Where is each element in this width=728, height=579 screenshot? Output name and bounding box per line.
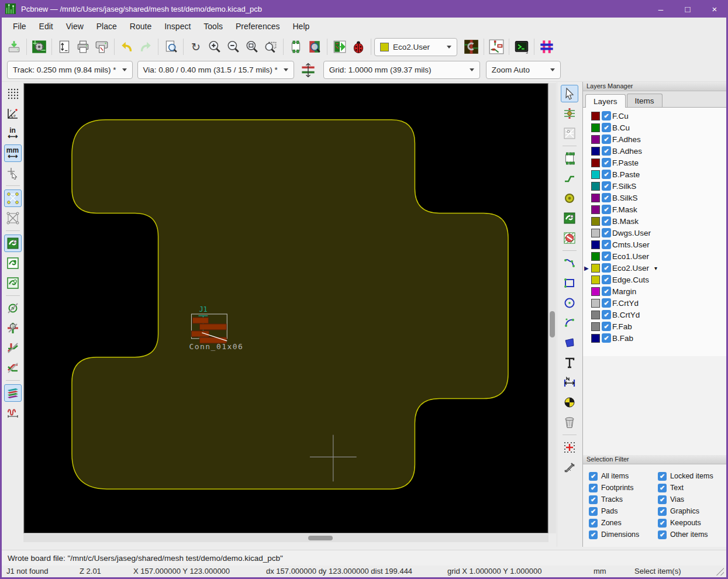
filter-checkbox[interactable] xyxy=(589,519,598,528)
layer-selector-dropdown[interactable]: Eco2.User xyxy=(374,38,457,56)
microwave-tools-icon[interactable] xyxy=(4,404,22,422)
layer-row-bfab[interactable]: B.Fab xyxy=(583,332,726,344)
layer-color-swatch[interactable] xyxy=(591,287,600,296)
zoom-fit-icon[interactable] xyxy=(243,37,261,56)
pad-sketch-mode-icon[interactable] xyxy=(4,299,22,317)
draw-line-icon[interactable] xyxy=(561,254,578,272)
layer-color-swatch[interactable] xyxy=(591,194,600,202)
filter-checkbox[interactable] xyxy=(658,472,667,481)
track-sketch-mode-icon[interactable] xyxy=(4,339,22,357)
layer-name[interactable]: F.CrtYd xyxy=(612,299,639,308)
layer-visibility-checkbox[interactable] xyxy=(602,240,611,249)
layer-color-swatch[interactable] xyxy=(591,334,600,343)
layer-color-swatch[interactable] xyxy=(591,322,600,331)
drc-icon[interactable] xyxy=(349,37,368,56)
board-setup-icon[interactable] xyxy=(30,37,49,56)
layer-visibility-checkbox[interactable] xyxy=(602,146,611,156)
filter-graphics[interactable]: Graphics xyxy=(658,506,727,516)
layer-row-margin[interactable]: Margin xyxy=(583,285,726,297)
layer-name[interactable]: B.Fab xyxy=(612,334,633,343)
filter-dimensions[interactable]: Dimensions xyxy=(589,530,658,539)
layer-visibility-checkbox[interactable] xyxy=(602,251,611,261)
layer-row-fsilks[interactable]: F.SilkS xyxy=(583,180,726,192)
high-contrast-mode-icon[interactable] xyxy=(4,359,22,377)
layer-visibility-checkbox[interactable] xyxy=(602,181,611,191)
layer-row-fcu[interactable]: F.Cu xyxy=(583,110,726,122)
filter-checkbox[interactable] xyxy=(589,484,598,492)
layer-name[interactable]: Cmts.User xyxy=(612,240,650,249)
grid-origin-icon[interactable] xyxy=(561,439,578,456)
magnetic-track-icon[interactable] xyxy=(462,37,481,56)
units-mm-icon[interactable]: mm⟷ xyxy=(4,144,22,162)
layer-color-swatch[interactable] xyxy=(591,264,600,273)
layer-visibility-checkbox[interactable] xyxy=(602,287,611,296)
layer-visibility-checkbox[interactable] xyxy=(602,275,611,284)
filter-checkbox[interactable] xyxy=(589,495,598,504)
local-ratsnest-icon[interactable] xyxy=(561,125,578,142)
layer-color-swatch[interactable] xyxy=(591,158,600,167)
ratsnest-visibility-icon[interactable] xyxy=(4,189,22,207)
layer-color-swatch[interactable] xyxy=(591,217,600,226)
plot-icon[interactable] xyxy=(92,37,111,56)
filter-footprints[interactable]: Footprints xyxy=(589,483,658,492)
layer-row-bcrtyd[interactable]: B.CrtYd xyxy=(583,309,726,320)
maximize-icon[interactable]: □ xyxy=(674,0,701,18)
layer-visibility-checkbox[interactable] xyxy=(602,298,611,308)
layer-name[interactable]: B.SilkS xyxy=(612,194,638,202)
add-zone-icon[interactable] xyxy=(561,209,578,227)
route-tracks-icon[interactable] xyxy=(561,170,578,187)
add-dimension-icon[interactable] xyxy=(561,374,578,391)
layer-name[interactable]: B.Cu xyxy=(612,123,630,132)
zone-display-sketch-icon[interactable] xyxy=(4,274,22,292)
draw-rectangle-icon[interactable] xyxy=(561,274,578,292)
auto-track-width-icon[interactable] xyxy=(299,61,318,80)
layer-name[interactable]: F.Adhes xyxy=(612,135,641,144)
filter-checkbox[interactable] xyxy=(589,472,598,481)
filter-checkbox[interactable] xyxy=(589,507,598,516)
track-width-dropdown[interactable]: Track: 0.250 mm (9.84 mils) * xyxy=(7,61,133,79)
scripting-console-icon[interactable] xyxy=(512,37,531,56)
layer-options-caret-icon[interactable]: ▾ xyxy=(654,265,657,271)
draw-arc-icon[interactable] xyxy=(561,314,578,332)
layer-color-swatch[interactable] xyxy=(591,240,600,249)
units-inches-icon[interactable]: in⟷ xyxy=(4,125,22,142)
footprint-browser-icon[interactable] xyxy=(305,37,324,56)
layer-color-swatch[interactable] xyxy=(591,311,600,319)
filter-pads[interactable]: Pads xyxy=(589,506,658,516)
menu-inspect[interactable]: Inspect xyxy=(158,19,197,34)
add-keepout-icon[interactable] xyxy=(561,229,578,247)
delete-tool-icon[interactable] xyxy=(561,413,578,431)
horizontal-scrollbar-thumb[interactable] xyxy=(308,536,333,540)
layers-manager-toggle-icon[interactable] xyxy=(4,384,22,402)
menu-route[interactable]: Route xyxy=(123,19,158,34)
layer-name[interactable]: Edge.Cuts xyxy=(612,275,649,284)
horizontal-scrollbar[interactable] xyxy=(23,534,548,542)
layer-color-swatch[interactable] xyxy=(591,147,600,156)
layer-color-swatch[interactable] xyxy=(591,299,600,308)
add-footprint-icon[interactable] xyxy=(561,150,578,167)
filter-all-items[interactable]: All items xyxy=(589,471,658,481)
layer-row-bcu[interactable]: B.Cu xyxy=(583,122,726,133)
layer-visibility-checkbox[interactable] xyxy=(602,333,611,343)
layer-visibility-checkbox[interactable] xyxy=(602,205,611,214)
layer-name[interactable]: F.Fab xyxy=(612,322,632,331)
page-settings-icon[interactable] xyxy=(55,37,74,56)
filter-zones[interactable]: Zones xyxy=(589,518,658,528)
highlight-net-icon[interactable] xyxy=(561,105,578,122)
via-size-dropdown[interactable]: Via: 0.80 / 0.40 mm (31.5 / 15.7 mils) * xyxy=(137,61,294,79)
add-text-icon[interactable] xyxy=(561,354,578,371)
layer-visibility-checkbox[interactable] xyxy=(602,111,611,120)
tab-items[interactable]: Items xyxy=(627,94,663,107)
filter-keepouts[interactable]: Keepouts xyxy=(658,518,727,528)
vertical-scrollbar[interactable] xyxy=(548,83,556,533)
footprint-mode-icon[interactable] xyxy=(287,37,305,56)
menu-tools[interactable]: Tools xyxy=(197,19,229,34)
layer-color-swatch[interactable] xyxy=(591,112,600,120)
layer-visibility-checkbox[interactable] xyxy=(602,135,611,144)
layer-name[interactable]: B.Adhes xyxy=(612,147,642,156)
layer-color-swatch[interactable] xyxy=(591,135,600,144)
menu-edit[interactable]: Edit xyxy=(33,19,60,34)
layer-name[interactable]: Margin xyxy=(612,287,636,296)
microwave-toolbar-icon[interactable] xyxy=(537,37,556,56)
filter-checkbox[interactable] xyxy=(658,495,667,504)
